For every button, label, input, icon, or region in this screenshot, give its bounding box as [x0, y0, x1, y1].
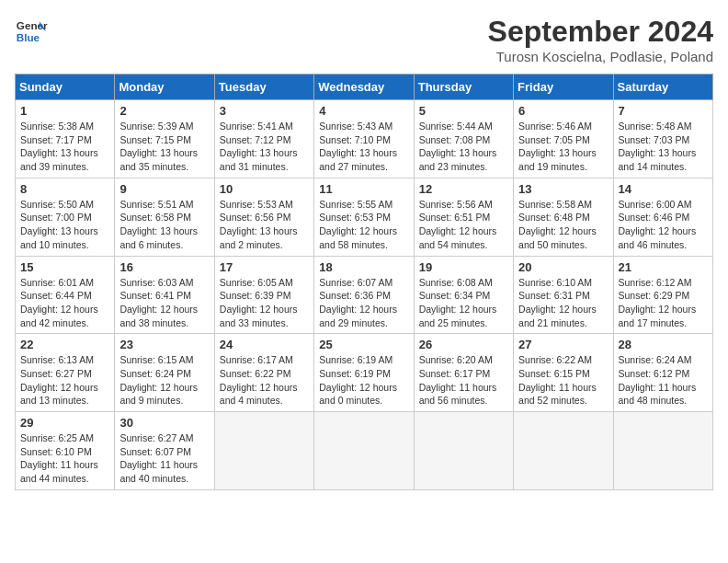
day-number: 7: [619, 104, 708, 118]
day-info: Sunrise: 5:56 AM Sunset: 6:51 PM Dayligh…: [419, 198, 508, 252]
day-info: Sunrise: 5:43 AM Sunset: 7:10 PM Dayligh…: [319, 120, 408, 174]
day-info: Sunrise: 5:58 AM Sunset: 6:48 PM Dayligh…: [518, 198, 608, 252]
calendar-cell: 7Sunrise: 5:48 AM Sunset: 7:03 PM Daylig…: [613, 100, 712, 178]
calendar-table: SundayMondayTuesdayWednesdayThursdayFrid…: [15, 74, 713, 490]
calendar-cell: 8Sunrise: 5:50 AM Sunset: 7:00 PM Daylig…: [16, 178, 115, 256]
day-info: Sunrise: 5:44 AM Sunset: 7:08 PM Dayligh…: [419, 120, 508, 174]
calendar-cell: 23Sunrise: 6:15 AM Sunset: 6:24 PM Dayli…: [115, 334, 214, 412]
day-info: Sunrise: 6:12 AM Sunset: 6:29 PM Dayligh…: [619, 276, 708, 330]
calendar-cell: 13Sunrise: 5:58 AM Sunset: 6:48 PM Dayli…: [514, 178, 613, 256]
calendar-cell: 22Sunrise: 6:13 AM Sunset: 6:27 PM Dayli…: [16, 334, 115, 412]
day-number: 8: [20, 182, 109, 196]
calendar-cell: 30Sunrise: 6:27 AM Sunset: 6:07 PM Dayli…: [115, 412, 214, 490]
calendar-cell: 16Sunrise: 6:03 AM Sunset: 6:41 PM Dayli…: [115, 256, 214, 334]
weekday-header: Monday: [115, 75, 214, 100]
weekday-header: Saturday: [613, 75, 712, 100]
day-info: Sunrise: 6:01 AM Sunset: 6:44 PM Dayligh…: [20, 276, 109, 330]
calendar-cell: 19Sunrise: 6:08 AM Sunset: 6:34 PM Dayli…: [414, 256, 513, 334]
day-info: Sunrise: 5:55 AM Sunset: 6:53 PM Dayligh…: [319, 198, 408, 252]
day-number: 6: [518, 104, 608, 118]
day-info: Sunrise: 6:22 AM Sunset: 6:15 PM Dayligh…: [518, 353, 608, 408]
calendar-cell: 12Sunrise: 5:56 AM Sunset: 6:51 PM Dayli…: [414, 178, 513, 256]
calendar-cell: [613, 412, 712, 490]
day-number: 11: [319, 182, 408, 196]
calendar-cell: 6Sunrise: 5:46 AM Sunset: 7:05 PM Daylig…: [514, 100, 613, 178]
day-number: 26: [419, 338, 508, 351]
day-number: 12: [419, 182, 508, 196]
calendar-cell: 9Sunrise: 5:51 AM Sunset: 6:58 PM Daylig…: [115, 178, 214, 256]
day-number: 20: [518, 260, 608, 274]
calendar-cell: 26Sunrise: 6:20 AM Sunset: 6:17 PM Dayli…: [414, 334, 513, 412]
location-title: Turosn Koscielna, Podlasie, Poland: [488, 49, 713, 64]
weekday-header: Sunday: [16, 75, 115, 100]
day-info: Sunrise: 5:38 AM Sunset: 7:17 PM Dayligh…: [20, 120, 109, 174]
calendar-cell: 21Sunrise: 6:12 AM Sunset: 6:29 PM Dayli…: [613, 256, 712, 334]
day-info: Sunrise: 6:19 AM Sunset: 6:19 PM Dayligh…: [319, 353, 408, 408]
weekday-header-row: SundayMondayTuesdayWednesdayThursdayFrid…: [16, 75, 713, 100]
day-info: Sunrise: 6:00 AM Sunset: 6:46 PM Dayligh…: [619, 198, 708, 252]
day-number: 13: [518, 182, 608, 196]
calendar-cell: 1Sunrise: 5:38 AM Sunset: 7:17 PM Daylig…: [16, 100, 115, 178]
calendar-week-row: 22Sunrise: 6:13 AM Sunset: 6:27 PM Dayli…: [16, 334, 713, 412]
logo-icon: General Blue: [15, 15, 48, 48]
day-number: 28: [619, 338, 708, 351]
day-number: 21: [619, 260, 708, 274]
day-info: Sunrise: 5:39 AM Sunset: 7:15 PM Dayligh…: [119, 120, 209, 174]
calendar-cell: 14Sunrise: 6:00 AM Sunset: 6:46 PM Dayli…: [613, 178, 712, 256]
day-info: Sunrise: 6:15 AM Sunset: 6:24 PM Dayligh…: [119, 353, 209, 408]
day-number: 18: [319, 260, 408, 274]
weekday-header: Thursday: [414, 75, 513, 100]
calendar-week-row: 8Sunrise: 5:50 AM Sunset: 7:00 PM Daylig…: [16, 178, 713, 256]
day-info: Sunrise: 6:27 AM Sunset: 6:07 PM Dayligh…: [119, 431, 209, 486]
day-info: Sunrise: 6:07 AM Sunset: 6:36 PM Dayligh…: [319, 276, 408, 330]
calendar-cell: 5Sunrise: 5:44 AM Sunset: 7:08 PM Daylig…: [414, 100, 513, 178]
day-info: Sunrise: 6:08 AM Sunset: 6:34 PM Dayligh…: [419, 276, 508, 330]
weekday-header: Tuesday: [214, 75, 313, 100]
day-number: 16: [119, 260, 209, 274]
calendar-cell: 24Sunrise: 6:17 AM Sunset: 6:22 PM Dayli…: [214, 334, 313, 412]
day-info: Sunrise: 6:03 AM Sunset: 6:41 PM Dayligh…: [119, 276, 209, 330]
day-info: Sunrise: 5:51 AM Sunset: 6:58 PM Dayligh…: [119, 198, 209, 252]
calendar-week-row: 29Sunrise: 6:25 AM Sunset: 6:10 PM Dayli…: [16, 412, 713, 490]
day-number: 25: [319, 338, 408, 351]
day-number: 19: [419, 260, 508, 274]
calendar-cell: 11Sunrise: 5:55 AM Sunset: 6:53 PM Dayli…: [314, 178, 414, 256]
day-info: Sunrise: 5:48 AM Sunset: 7:03 PM Dayligh…: [619, 120, 708, 174]
day-info: Sunrise: 6:05 AM Sunset: 6:39 PM Dayligh…: [220, 276, 309, 330]
month-title: September 2024: [488, 15, 713, 49]
svg-text:Blue: Blue: [17, 31, 40, 43]
logo: General Blue: [15, 15, 48, 48]
day-number: 15: [20, 260, 109, 274]
calendar-cell: [314, 412, 414, 490]
day-number: 29: [20, 416, 109, 430]
calendar-cell: 18Sunrise: 6:07 AM Sunset: 6:36 PM Dayli…: [314, 256, 414, 334]
day-number: 30: [119, 416, 209, 430]
calendar-week-row: 15Sunrise: 6:01 AM Sunset: 6:44 PM Dayli…: [16, 256, 713, 334]
day-info: Sunrise: 6:13 AM Sunset: 6:27 PM Dayligh…: [20, 353, 109, 408]
day-info: Sunrise: 6:10 AM Sunset: 6:31 PM Dayligh…: [518, 276, 608, 330]
day-number: 9: [119, 182, 209, 196]
day-number: 10: [220, 182, 309, 196]
day-number: 22: [20, 338, 109, 351]
weekday-header: Wednesday: [314, 75, 414, 100]
day-number: 23: [119, 338, 209, 351]
calendar-cell: [414, 412, 513, 490]
title-area: September 2024 Turosn Koscielna, Podlasi…: [488, 15, 713, 64]
day-number: 2: [119, 104, 209, 118]
day-info: Sunrise: 6:17 AM Sunset: 6:22 PM Dayligh…: [220, 353, 309, 408]
day-info: Sunrise: 5:46 AM Sunset: 7:05 PM Dayligh…: [518, 120, 608, 174]
calendar-cell: 17Sunrise: 6:05 AM Sunset: 6:39 PM Dayli…: [214, 256, 313, 334]
day-info: Sunrise: 5:53 AM Sunset: 6:56 PM Dayligh…: [220, 198, 309, 252]
calendar-cell: 29Sunrise: 6:25 AM Sunset: 6:10 PM Dayli…: [16, 412, 115, 490]
calendar-cell: 10Sunrise: 5:53 AM Sunset: 6:56 PM Dayli…: [214, 178, 313, 256]
calendar-cell: 27Sunrise: 6:22 AM Sunset: 6:15 PM Dayli…: [514, 334, 613, 412]
day-number: 3: [220, 104, 309, 118]
calendar-cell: 3Sunrise: 5:41 AM Sunset: 7:12 PM Daylig…: [214, 100, 313, 178]
day-number: 14: [619, 182, 708, 196]
calendar-cell: 2Sunrise: 5:39 AM Sunset: 7:15 PM Daylig…: [115, 100, 214, 178]
header: General Blue September 2024 Turosn Kosci…: [15, 15, 713, 64]
day-info: Sunrise: 5:50 AM Sunset: 7:00 PM Dayligh…: [20, 198, 109, 252]
day-info: Sunrise: 6:25 AM Sunset: 6:10 PM Dayligh…: [20, 431, 109, 486]
day-number: 17: [220, 260, 309, 274]
day-info: Sunrise: 6:20 AM Sunset: 6:17 PM Dayligh…: [419, 353, 508, 408]
